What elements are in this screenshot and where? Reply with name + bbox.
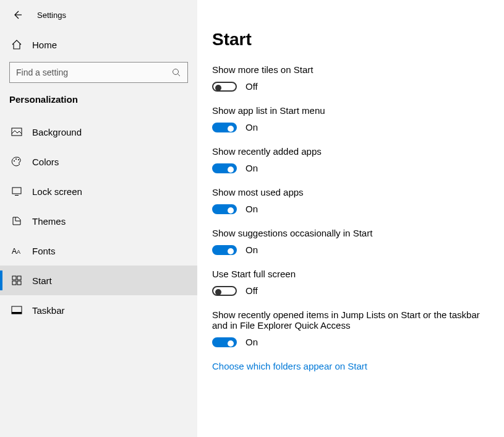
toggle-row: Off [212,285,484,296]
sidebar-item-label: Themes [32,216,66,227]
toggle-state: On [246,163,258,173]
page-title: Start [212,30,484,50]
home-icon [11,39,22,50]
setting-label: Show recently opened items in Jump Lists… [212,309,484,331]
setting-label: Show app list in Start menu [212,105,484,116]
fonts-icon: AA [11,245,22,256]
setting-row: Show recently opened items in Jump Lists… [212,309,484,347]
toggle-row: On [212,122,484,132]
group-title: Personalization [0,94,197,117]
sidebar-item-label: Lock screen [32,186,82,197]
toggle-switch[interactable] [212,204,237,214]
toggle-row: On [212,204,484,214]
toggle-row: On [212,163,484,173]
toggle-state: Off [246,81,258,92]
svg-rect-5 [12,188,21,194]
toggle-row: On [212,337,484,347]
sidebar-item-label: Colors [32,157,59,167]
themes-icon [11,215,22,227]
toggle-knob [228,207,234,214]
home-label: Home [32,40,57,50]
toggle-knob [228,248,234,254]
svg-rect-10 [17,276,21,280]
arrow-left-icon [12,9,23,20]
setting-label: Show suggestions occasionally in Start [212,228,484,238]
taskbar-icon [11,305,22,316]
search-icon [171,67,182,78]
sidebar-item-label: Start [32,275,52,286]
search-input[interactable] [9,62,188,83]
svg-rect-12 [17,281,21,285]
palette-icon [11,156,22,167]
toggle-state: On [246,122,258,132]
toggle-switch[interactable] [212,337,237,347]
sidebar-item-fonts[interactable]: AA Fonts [0,236,197,266]
svg-point-4 [18,159,19,160]
header-row: Settings [0,0,197,30]
toggle-switch[interactable] [212,123,237,132]
sidebar-item-taskbar[interactable]: Taskbar [0,295,197,325]
choose-folders-link[interactable]: Choose which folders appear on Start [212,361,484,371]
content-pane: Start Show more tiles on StartOffShow ap… [197,0,504,437]
sidebar: Settings Home Personalization Background… [0,0,197,437]
toggle-switch[interactable] [212,82,237,92]
svg-rect-9 [12,276,16,280]
sidebar-item-background[interactable]: Background [0,117,197,147]
sidebar-item-label: Fonts [32,246,56,256]
svg-point-0 [173,69,179,75]
toggle-state: On [246,204,258,214]
image-icon [11,126,22,137]
toggle-state: Off [246,285,258,296]
svg-point-3 [15,158,17,160]
toggle-row: On [212,244,484,255]
setting-label: Use Start full screen [212,269,484,279]
setting-row: Show most used appsOn [212,187,484,214]
toggle-row: Off [212,81,484,92]
setting-label: Show more tiles on Start [212,64,484,75]
app-title: Settings [37,11,66,20]
setting-label: Show most used apps [212,187,484,197]
toggle-knob [215,85,221,91]
setting-row: Show app list in Start menuOn [212,105,484,132]
svg-text:A: A [12,247,17,256]
svg-rect-11 [12,281,16,285]
toggle-knob [228,340,234,347]
svg-text:A: A [17,249,20,255]
toggle-switch[interactable] [212,163,237,173]
setting-row: Show recently added appsOn [212,146,484,173]
home-nav[interactable]: Home [0,30,197,59]
lock-screen-icon [11,186,22,197]
search-wrap [9,62,188,83]
svg-rect-14 [12,312,22,314]
svg-point-2 [14,160,15,162]
setting-row: Show more tiles on StartOff [212,64,484,92]
toggle-switch[interactable] [212,286,237,296]
toggle-state: On [246,337,258,347]
sidebar-item-lock-screen[interactable]: Lock screen [0,176,197,206]
svg-rect-6 [15,195,19,196]
toggle-state: On [246,244,258,255]
nav-list: Background Colors Lock screen Themes AA … [0,117,197,325]
sidebar-item-label: Taskbar [32,305,65,316]
sidebar-item-colors[interactable]: Colors [0,147,197,176]
toggle-switch[interactable] [212,245,237,255]
setting-label: Show recently added apps [212,146,484,157]
sidebar-item-label: Background [32,127,82,137]
sidebar-item-themes[interactable]: Themes [0,206,197,236]
toggle-knob [215,289,221,295]
sidebar-item-start[interactable]: Start [0,266,197,295]
setting-row: Use Start full screenOff [212,269,484,296]
setting-row: Show suggestions occasionally in StartOn [212,228,484,255]
toggle-knob [228,126,234,132]
back-button[interactable] [5,2,30,27]
start-icon [11,275,22,286]
toggle-knob [228,167,234,173]
